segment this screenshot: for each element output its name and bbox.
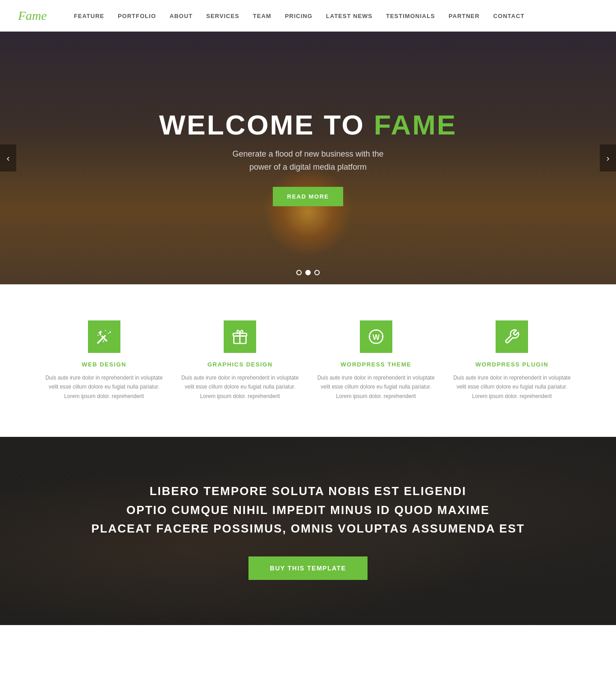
hero-dots	[296, 270, 320, 275]
web-design-icon-box	[88, 320, 120, 353]
services-section: WEB DESIGN Duis aute irure dolor in repr…	[0, 284, 616, 437]
cta-line-1: LIBERO TEMPORE SOLUTA NOBIS EST ELIGENDI	[18, 482, 598, 501]
service-web-design: WEB DESIGN Duis aute irure dolor in repr…	[45, 320, 163, 401]
nav-team[interactable]: TEAM	[253, 13, 271, 19]
hero-title-white: WELCOME TO	[159, 109, 374, 140]
nav-portfolio[interactable]: PORTFOLIO	[118, 13, 156, 19]
graphics-design-title: GRAPHICS DESIGN	[181, 361, 299, 368]
gift-icon	[232, 329, 248, 345]
wordpress-plugin-icon-box	[496, 320, 528, 353]
nav-testimonials[interactable]: TESTIMONIALS	[386, 13, 435, 19]
navbar: Fame FEATURE PORTFOLIO ABOUT SERVICES TE…	[0, 0, 616, 32]
nav-menu: FEATURE PORTFOLIO ABOUT SERVICES TEAM PR…	[74, 12, 524, 20]
dot-2[interactable]	[305, 270, 311, 275]
site-logo[interactable]: Fame	[18, 9, 47, 23]
nav-services[interactable]: SERVICES	[206, 13, 239, 19]
hero-title-green: FAME	[374, 109, 457, 140]
service-wordpress-theme: W WORDPRESS THEME Duis aute irure dolor …	[317, 320, 435, 401]
hero-section: ‹ WELCOME TO FAME Generate a flood of ne…	[0, 32, 616, 284]
web-design-title: WEB DESIGN	[45, 361, 163, 368]
cta-line-2: OPTIO CUMQUE NIHIL IMPEDIT MINUS ID QUOD…	[18, 501, 598, 520]
hero-title: WELCOME TO FAME	[159, 110, 457, 140]
wordpress-theme-desc: Duis aute irure dolor in reprehenderit i…	[317, 373, 435, 401]
wand-icon	[96, 329, 112, 345]
cta-section: LIBERO TEMPORE SOLUTA NOBIS EST ELIGENDI…	[0, 437, 616, 625]
web-design-desc: Duis aute irure dolor in reprehenderit i…	[45, 373, 163, 401]
hero-prev-button[interactable]: ‹	[0, 144, 16, 171]
wordpress-theme-icon-box: W	[360, 320, 392, 353]
dot-1[interactable]	[296, 270, 302, 275]
nav-feature[interactable]: FEATURE	[74, 13, 104, 19]
wordpress-plugin-title: WORDPRESS PLUGIN	[453, 361, 571, 368]
svg-text:W: W	[372, 333, 380, 341]
nav-latest-news[interactable]: LATEST NEWS	[326, 13, 372, 19]
service-graphics-design: GRAPHICS DESIGN Duis aute irure dolor in…	[181, 320, 299, 401]
cta-content: LIBERO TEMPORE SOLUTA NOBIS EST ELIGENDI…	[18, 482, 598, 580]
dot-3[interactable]	[314, 270, 320, 275]
service-wordpress-plugin: WORDPRESS PLUGIN Duis aute irure dolor i…	[453, 320, 571, 401]
graphics-design-icon-box	[224, 320, 256, 353]
hero-content: WELCOME TO FAME Generate a flood of new …	[159, 110, 457, 207]
hero-subtitle: Generate a flood of new business with th…	[159, 148, 457, 174]
wordpress-plugin-desc: Duis aute irure dolor in reprehenderit i…	[453, 373, 571, 401]
hero-cta-button[interactable]: READ MORE	[273, 187, 344, 206]
nav-partner[interactable]: PARTNER	[449, 13, 480, 19]
wrench-icon	[504, 329, 520, 345]
wordpress-icon: W	[368, 329, 384, 345]
graphics-design-desc: Duis aute irure dolor in reprehenderit i…	[181, 373, 299, 401]
cta-line-3: PLACEAT FACERE POSSIMUS, OMNIS VOLUPTAS …	[18, 519, 598, 538]
nav-about[interactable]: ABOUT	[170, 13, 193, 19]
services-grid: WEB DESIGN Duis aute irure dolor in repr…	[45, 320, 571, 401]
cta-buy-button[interactable]: BUY THIS TEMPLATE	[248, 556, 368, 580]
hero-next-button[interactable]: ›	[600, 144, 616, 171]
nav-pricing[interactable]: PRICING	[285, 13, 313, 19]
wordpress-theme-title: WORDPRESS THEME	[317, 361, 435, 368]
nav-contact[interactable]: CONTACT	[493, 13, 525, 19]
